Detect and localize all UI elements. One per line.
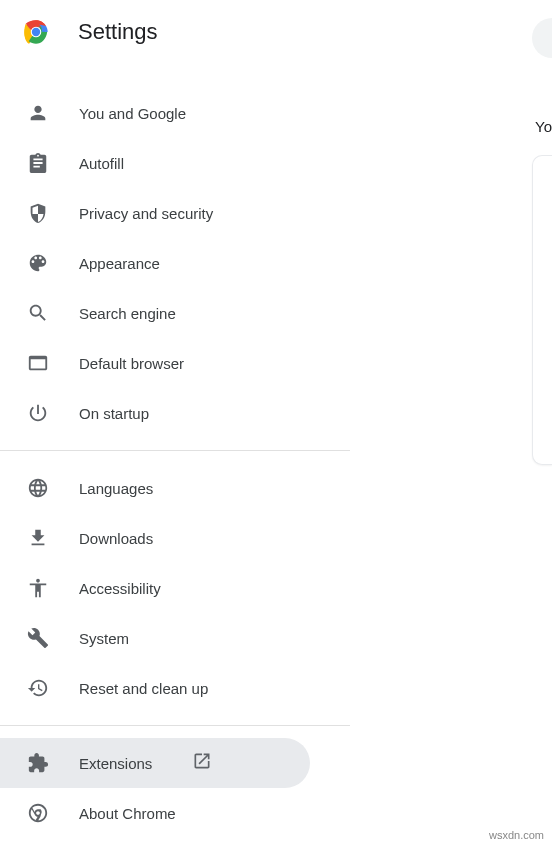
menu-label: Extensions [79, 755, 152, 772]
menu-label: Search engine [79, 305, 176, 322]
menu-item-autofill[interactable]: Autofill [0, 138, 552, 188]
browser-icon [27, 352, 49, 374]
menu-label: About Chrome [79, 805, 176, 822]
clipboard-icon [27, 152, 49, 174]
accessibility-icon [27, 577, 49, 599]
menu-item-reset[interactable]: Reset and clean up [0, 663, 552, 713]
menu-item-default-browser[interactable]: Default browser [0, 338, 552, 388]
menu-label: Accessibility [79, 580, 161, 597]
menu-label: Reset and clean up [79, 680, 208, 697]
settings-header: Settings [0, 0, 552, 64]
search-icon [27, 302, 49, 324]
menu-label: Privacy and security [79, 205, 213, 222]
menu-divider [0, 450, 350, 451]
person-icon [27, 102, 49, 124]
menu-item-privacy-security[interactable]: Privacy and security [0, 188, 552, 238]
menu-item-extensions[interactable]: Extensions [0, 738, 310, 788]
menu-item-system[interactable]: System [0, 613, 552, 663]
globe-icon [27, 477, 49, 499]
shield-icon [27, 202, 49, 224]
palette-icon [27, 252, 49, 274]
external-link-icon [192, 751, 212, 775]
settings-menu: You and Google Autofill Privacy and secu… [0, 64, 552, 838]
menu-item-appearance[interactable]: Appearance [0, 238, 552, 288]
menu-label: Autofill [79, 155, 124, 172]
partial-content-text: Yo [535, 118, 552, 135]
menu-label: On startup [79, 405, 149, 422]
menu-label: Default browser [79, 355, 184, 372]
chrome-logo-icon [22, 18, 50, 46]
menu-label: You and Google [79, 105, 186, 122]
menu-label: Appearance [79, 255, 160, 272]
menu-divider [0, 725, 350, 726]
watermark-text: wsxdn.com [489, 829, 544, 841]
puzzle-icon [27, 752, 49, 774]
menu-label: Downloads [79, 530, 153, 547]
content-card-edge [532, 155, 552, 465]
restore-icon [27, 677, 49, 699]
chrome-outline-icon [27, 802, 49, 824]
menu-item-you-and-google[interactable]: You and Google [0, 88, 552, 138]
menu-item-accessibility[interactable]: Accessibility [0, 563, 552, 613]
menu-label: System [79, 630, 129, 647]
menu-item-search-engine[interactable]: Search engine [0, 288, 552, 338]
power-icon [27, 402, 49, 424]
download-icon [27, 527, 49, 549]
wrench-icon [27, 627, 49, 649]
menu-item-languages[interactable]: Languages [0, 463, 552, 513]
menu-item-about-chrome[interactable]: About Chrome [0, 788, 552, 838]
menu-item-on-startup[interactable]: On startup [0, 388, 552, 438]
page-title: Settings [78, 19, 158, 45]
svg-point-6 [32, 28, 40, 36]
menu-item-downloads[interactable]: Downloads [0, 513, 552, 563]
menu-label: Languages [79, 480, 153, 497]
